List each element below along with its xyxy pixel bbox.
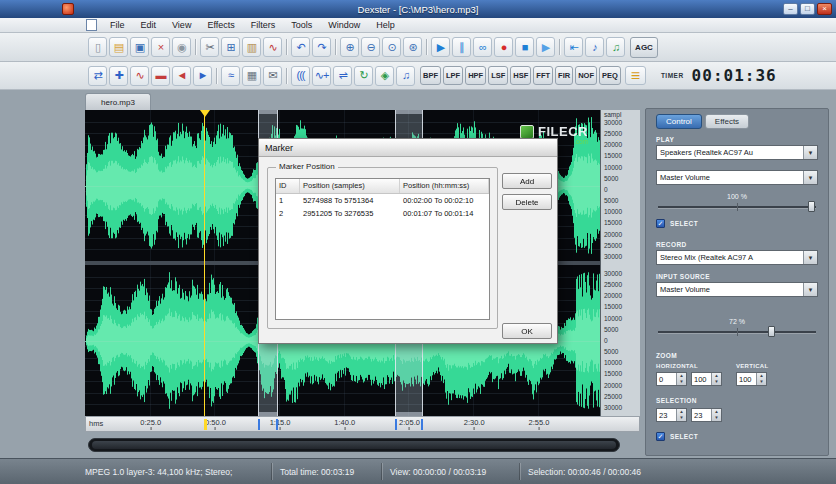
open-folder-icon[interactable]: ▤ [109,37,128,57]
spinner-arrows[interactable]: ▲▼ [711,409,721,421]
zoom-horizontal-end-spinner[interactable]: 100 ▲▼ [691,372,722,386]
refresh-icon[interactable]: ↻ [354,66,373,86]
menu-effects[interactable]: Effects [199,18,242,32]
chevron-down-icon[interactable]: ▾ [803,283,817,296]
components-icon[interactable]: ◈ [375,66,394,86]
redo-icon[interactable]: ↷ [312,37,331,57]
playhead-handle[interactable] [200,110,210,117]
spinner-arrows[interactable]: ▲▼ [711,373,721,385]
record-options-icon[interactable]: ◉ [172,37,191,57]
fir-filter-button[interactable]: FIR [555,66,573,85]
scrollbar-thumb[interactable] [92,441,616,449]
paste-icon[interactable]: ▥ [242,37,261,57]
speaker-left-icon[interactable]: ◄ [172,66,191,86]
document-tab[interactable]: hero.mp3 [85,93,151,110]
silence-selection-icon[interactable]: ▬ [151,66,170,86]
speaker-icon[interactable]: ♪ [585,37,604,57]
spinner-arrows[interactable]: ▲▼ [676,409,686,421]
play-volume-slider[interactable] [658,201,816,212]
tab-effects[interactable]: Effects [705,114,749,129]
slider-thumb[interactable] [808,201,815,212]
zoom-all-icon[interactable]: ⊛ [403,37,422,57]
agc-button[interactable]: AGC [630,37,658,58]
tab-control[interactable]: Control [656,114,702,129]
input-source-select[interactable]: Master Volume ▾ [656,282,818,297]
checkbox-check-icon[interactable]: ✓ [656,432,665,441]
marker-row[interactable]: 1 5274988 To 5751364 00:02:00 To 00:02:1… [276,194,489,207]
equalizer-icon[interactable]: ≡ [625,66,646,85]
peq-filter-button[interactable]: PEQ [599,66,621,85]
hpf-filter-button[interactable]: HPF [465,66,486,85]
menu-file[interactable]: File [102,18,133,32]
ok-button[interactable]: OK [502,323,552,339]
column-header-id[interactable]: ID [276,179,300,193]
play-volume-select[interactable]: Master Volume ▾ [656,170,818,185]
maximize-button[interactable]: □ [800,3,815,15]
stop-button-icon[interactable]: ■ [515,37,534,57]
delete-icon[interactable]: × [151,37,170,57]
speaker-loud-icon[interactable]: ♫ [606,37,625,57]
selection-end-spinner[interactable]: 23 ▲▼ [691,408,722,422]
menu-tools[interactable]: Tools [283,18,320,32]
zoom-horizontal-start-spinner[interactable]: 0 ▲▼ [656,372,687,386]
cut-icon[interactable]: ✂ [200,37,219,57]
spinner-arrows[interactable]: ▲▼ [756,373,766,385]
slider-thumb[interactable] [768,326,775,337]
pan-crosshair-icon[interactable]: ✚ [109,66,128,86]
menu-view[interactable]: View [164,18,199,32]
undo-icon[interactable]: ↶ [291,37,310,57]
selection-select-checkbox[interactable]: ✓ SELECT [656,432,818,441]
record-device-select[interactable]: Stereo Mix (Realtek AC97 A ▾ [656,250,818,265]
send-mail-icon[interactable]: ✉ [263,66,282,86]
playhead[interactable] [204,110,205,416]
audio-signal-icon[interactable]: ((( [291,66,310,86]
zoom-in-icon[interactable]: ⊕ [340,37,359,57]
speaker-right-icon[interactable]: ► [193,66,212,86]
column-header-samples[interactable]: Position (samples) [300,179,400,193]
close-button[interactable]: × [817,3,832,15]
signal-boost-icon[interactable]: ∿+ [312,66,331,86]
reverse-icon[interactable]: ⇌ [333,66,352,86]
horizontal-scrollbar[interactable] [88,438,620,452]
hsf-filter-button[interactable]: HSF [510,66,531,85]
record-volume-slider[interactable] [658,326,816,337]
spinner-arrows[interactable]: ▲▼ [676,373,686,385]
play-selection-icon[interactable]: ▶ [536,37,555,57]
play-select-checkbox[interactable]: ✓ SELECT [656,219,818,228]
chevron-down-icon[interactable]: ▾ [803,251,817,264]
trim-wave-icon[interactable]: ∿ [263,37,282,57]
add-button[interactable]: Add [502,173,552,189]
minimize-button[interactable]: – [783,3,798,15]
fft-filter-button[interactable]: FFT [533,66,553,85]
bpf-filter-button[interactable]: BPF [420,66,441,85]
lsf-filter-button[interactable]: LSF [488,66,508,85]
lpf-filter-button[interactable]: LPF [443,66,463,85]
chevron-down-icon[interactable]: ▾ [803,171,817,184]
chevron-down-icon[interactable]: ▾ [803,146,817,159]
nof-filter-button[interactable]: NOF [575,66,597,85]
menu-filters[interactable]: Filters [243,18,284,32]
spectrum-icon[interactable]: ▦ [242,66,261,86]
save-icon[interactable]: ▣ [130,37,149,57]
invert-phase-icon[interactable]: ∿ [130,66,149,86]
new-file-icon[interactable]: ▯ [88,37,107,57]
swap-channels-icon[interactable]: ⇄ [88,66,107,86]
menu-help[interactable]: Help [368,18,403,32]
zoom-vertical-spinner[interactable]: 100 ▲▼ [736,372,767,386]
waveform-icon[interactable]: ≈ [221,66,240,86]
copy-icon[interactable]: ⊞ [221,37,240,57]
zoom-selection-icon[interactable]: ⊙ [382,37,401,57]
marker-row[interactable]: 2 2951205 To 3276535 00:01:07 To 00:01:1… [276,207,489,220]
loop-button-icon[interactable]: ∞ [473,37,492,57]
play-button-icon[interactable]: ▶ [431,37,450,57]
column-header-time[interactable]: Position (hh:mm:ss) [400,179,489,193]
dialog-title-bar[interactable]: Marker [259,139,557,157]
music-note-icon[interactable]: ♫ [396,66,415,86]
delete-button[interactable]: Delete [502,194,552,210]
pause-button-icon[interactable]: ∥ [452,37,471,57]
selection-start-spinner[interactable]: 23 ▲▼ [656,408,687,422]
goto-start-icon[interactable]: ⇤ [564,37,583,57]
zoom-out-icon[interactable]: ⊖ [361,37,380,57]
record-button-icon[interactable]: ● [494,37,513,57]
title-bar[interactable]: Dexster - [C:\MP3\hero.mp3] – □ × [0,0,836,18]
